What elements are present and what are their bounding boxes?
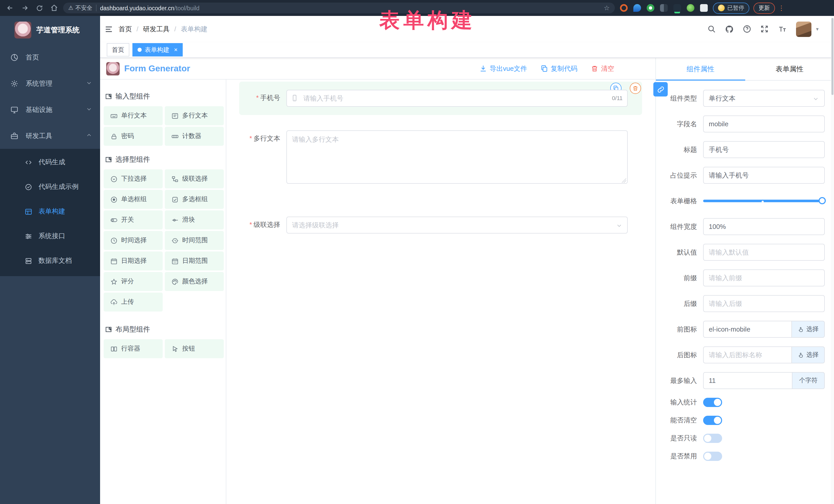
radio-icon xyxy=(110,196,117,203)
cascader-input[interactable] xyxy=(286,217,628,234)
sidebar-item-codegen-demo[interactable]: 代码生成示例 xyxy=(0,175,100,199)
palette-item-checkbox-group[interactable]: 多选框组 xyxy=(165,190,224,209)
palette-item-password[interactable]: 密码 xyxy=(104,127,163,146)
palette-item-cascader[interactable]: 级联选择 xyxy=(165,169,224,188)
chevron-down-icon xyxy=(616,222,622,231)
palette-item-textarea[interactable]: 多行文本 xyxy=(165,106,224,125)
breadcrumb-home[interactable]: 首页 xyxy=(118,24,132,34)
bookmark-star-icon[interactable]: ☆ xyxy=(604,4,610,12)
palette-item-radio-group[interactable]: 单选框组 xyxy=(104,190,163,209)
sidebar-item-db-doc[interactable]: 数据库文档 xyxy=(0,248,100,273)
sidebar-item-infra[interactable]: 基础设施 xyxy=(0,96,100,123)
title-input[interactable] xyxy=(703,141,825,158)
suffix-input[interactable] xyxy=(703,295,825,312)
extension-icon[interactable] xyxy=(633,4,641,12)
hamburger-icon[interactable] xyxy=(100,24,118,34)
chevron-down-icon xyxy=(812,95,819,104)
default-value-input[interactable] xyxy=(703,244,825,261)
sidebar-item-home[interactable]: 首页 xyxy=(0,44,100,70)
palette-item-date-picker[interactable]: 日期选择 xyxy=(104,251,163,270)
canvas-field-mobile[interactable]: *手机号 0/11 xyxy=(239,82,642,115)
sidebar-item-form-builder[interactable]: 表单构建 xyxy=(0,199,100,224)
window-scrollbar[interactable] xyxy=(831,16,834,504)
font-size-icon[interactable] xyxy=(777,25,787,34)
textarea-input[interactable] xyxy=(286,130,628,184)
extension-icon[interactable] xyxy=(673,4,681,12)
extension-icon[interactable] xyxy=(620,4,628,12)
tag-form-builder[interactable]: 表单构建 × xyxy=(132,43,183,57)
profile-paused-badge[interactable]: 已暂停 xyxy=(713,2,749,14)
search-icon[interactable] xyxy=(707,25,716,34)
fullscreen-icon[interactable] xyxy=(760,25,769,34)
app-logo-row[interactable]: 芋道管理系统 xyxy=(0,16,100,44)
clear-button[interactable]: 清空 xyxy=(591,64,614,73)
forward-icon[interactable] xyxy=(21,4,29,12)
back-icon[interactable] xyxy=(6,4,14,12)
canvas-field-textarea[interactable]: *多行文本 xyxy=(239,122,642,194)
input-statistics-toggle[interactable] xyxy=(703,398,722,407)
palette-item-button[interactable]: 按钮 xyxy=(165,339,224,358)
extension-icon[interactable] xyxy=(660,4,668,12)
palette-item-upload[interactable]: 上传 xyxy=(104,292,163,311)
code-icon xyxy=(25,158,32,166)
tab-component-props[interactable]: 组件属性 xyxy=(656,58,745,80)
palette-item-row-container[interactable]: 行容器 xyxy=(104,339,163,358)
panel-link-handle[interactable] xyxy=(653,82,668,96)
scrollbar-thumb[interactable] xyxy=(831,18,833,95)
palette-item-time-range[interactable]: 时间范围 xyxy=(165,231,224,250)
home-icon[interactable] xyxy=(50,4,58,12)
github-icon[interactable] xyxy=(725,24,734,34)
field-name-input[interactable] xyxy=(703,115,825,132)
browser-update-button[interactable]: 更新 xyxy=(753,2,775,14)
choose-suffix-icon-button[interactable]: 选择 xyxy=(792,346,825,364)
copy-code-button[interactable]: 复制代码 xyxy=(541,64,577,73)
export-vue-button[interactable]: 导出vue文件 xyxy=(479,64,527,73)
breadcrumb-devtools[interactable]: 研发工具 xyxy=(143,24,170,34)
avatar[interactable] xyxy=(796,21,811,37)
help-icon[interactable] xyxy=(743,25,751,34)
component-width-input[interactable] xyxy=(703,218,825,235)
extension-icon[interactable] xyxy=(687,4,695,12)
palette-item-select[interactable]: 下拉选择 xyxy=(104,169,163,188)
canvas-field-cascader[interactable]: *级联选择 xyxy=(239,209,642,242)
not-secure-warning[interactable]: ⚠ 不安全 xyxy=(68,4,92,12)
puzzle-icon[interactable] xyxy=(700,4,708,12)
component-type-select[interactable]: 单行文本 xyxy=(703,90,825,107)
mobile-input[interactable] xyxy=(286,90,628,107)
address-bar[interactable]: ⚠ 不安全 dashboard.yudao.iocoder.cn/tool/bu… xyxy=(63,3,615,13)
palette-item-counter[interactable]: 计数器 xyxy=(165,127,224,146)
resize-handle[interactable] xyxy=(621,178,626,183)
clearable-toggle[interactable] xyxy=(703,416,722,425)
placeholder-input[interactable] xyxy=(703,167,825,184)
palette-item-color-picker[interactable]: 颜色选择 xyxy=(165,272,224,291)
palette-item-rate[interactable]: 评分 xyxy=(104,272,163,291)
palette-item-date-range[interactable]: 日期范围 xyxy=(165,251,224,270)
palette-item-time-picker[interactable]: 时间选择 xyxy=(104,231,163,250)
prefix-input[interactable] xyxy=(703,269,825,286)
readonly-toggle[interactable] xyxy=(703,434,722,443)
palette-item-single-line[interactable]: 单行文本 xyxy=(104,106,163,125)
tag-home[interactable]: 首页 xyxy=(107,43,129,57)
slider-handle[interactable] xyxy=(819,197,826,204)
palette-item-switch[interactable]: 开关 xyxy=(104,211,163,229)
toolbox-icon xyxy=(10,132,19,140)
disabled-toggle[interactable] xyxy=(703,452,722,461)
extension-icon[interactable] xyxy=(647,4,654,12)
checkbox-icon xyxy=(171,196,179,203)
suffix-icon-input[interactable] xyxy=(703,346,792,364)
choose-prefix-icon-button[interactable]: 选择 xyxy=(792,321,825,338)
caret-down-icon[interactable]: ▾ xyxy=(816,26,819,32)
tab-form-props[interactable]: 表单属性 xyxy=(745,58,834,80)
prefix-icon-input[interactable] xyxy=(703,321,792,338)
close-icon[interactable]: × xyxy=(174,46,178,53)
sidebar-item-system[interactable]: 系统管理 xyxy=(0,70,100,96)
form-grid-slider[interactable] xyxy=(703,193,825,210)
sidebar-item-codegen[interactable]: 代码生成 xyxy=(0,150,100,175)
reload-icon[interactable] xyxy=(36,4,43,12)
palette-item-slider[interactable]: 滑块 xyxy=(165,211,224,229)
sidebar-item-devtools[interactable]: 研发工具 xyxy=(0,123,100,149)
delete-field-button[interactable] xyxy=(630,83,641,94)
browser-menu-icon[interactable]: ⋮ xyxy=(778,4,785,12)
sidebar-item-api[interactable]: 系统接口 xyxy=(0,224,100,248)
max-length-input[interactable] xyxy=(703,372,792,389)
